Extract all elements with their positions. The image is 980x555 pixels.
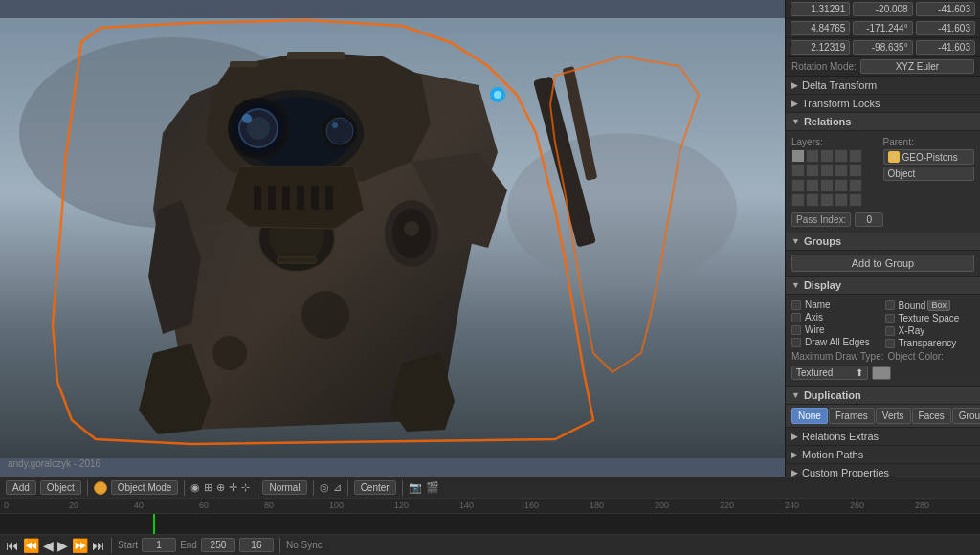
rot-y-1[interactable]: -171.244° [853, 21, 912, 35]
bound-label: Bound [899, 300, 926, 311]
texture-space-checkbox[interactable] [885, 314, 895, 323]
viewport[interactable]: andy.goralczyk - 2016 [0, 0, 785, 477]
custom-properties-section[interactable]: ▶ Custom Properties [786, 464, 980, 477]
step-forward-button[interactable]: ⏩ [72, 538, 88, 553]
cursor-icon[interactable]: ✛ [229, 481, 237, 494]
end-frame-field[interactable]: 250 [201, 538, 235, 552]
timeline-mark-220: 220 [720, 500, 734, 510]
rotation-mode-value[interactable]: XYZ Euler [860, 59, 974, 74]
dup-faces-button[interactable]: Faces [912, 408, 951, 424]
step-back-button[interactable]: ⏪ [23, 538, 39, 553]
object-button[interactable]: Object [40, 480, 81, 495]
transparency-checkbox[interactable] [885, 339, 895, 348]
scale-z[interactable]: -41.603 [916, 40, 975, 55]
scale-y[interactable]: -98.635° [853, 40, 912, 55]
timeline-mark-240: 240 [785, 500, 799, 510]
name-checkbox[interactable] [791, 300, 801, 310]
layer-btn-4[interactable] [835, 149, 848, 163]
draw-all-edges-checkbox[interactable] [791, 338, 801, 347]
layer-btn-13[interactable] [820, 179, 834, 192]
rotation-mode-label: Rotation Mode: [791, 61, 857, 72]
loc-x-1[interactable]: 1.31291 [791, 2, 850, 16]
transform-locks-section[interactable]: ▶ Transform Locks [786, 95, 980, 113]
layer-btn-7[interactable] [806, 164, 819, 177]
transparency-checkbox-item: Transparency [885, 338, 975, 348]
relations-section-header[interactable]: ▼ Relations [786, 113, 980, 131]
pass-index-btn[interactable]: Pass Index: [791, 212, 851, 227]
dup-none-button[interactable]: None [791, 408, 828, 424]
object-color-swatch[interactable] [872, 366, 891, 380]
normal-button[interactable]: Normal [262, 480, 306, 495]
view-icon-1[interactable]: ◉ [190, 481, 200, 494]
relations-extras-section[interactable]: ▶ Relations Extras [786, 428, 980, 446]
layer-btn-20[interactable] [849, 193, 862, 207]
layer-btn-10[interactable] [849, 164, 862, 177]
wire-checkbox[interactable] [791, 325, 801, 335]
timeline-mark-120: 120 [394, 500, 409, 510]
view-icon-2[interactable]: ⊞ [204, 481, 212, 494]
layer-btn-2[interactable] [806, 149, 819, 163]
layer-btn-8[interactable] [820, 164, 834, 177]
display-section-header[interactable]: ▼ Display [786, 277, 980, 295]
main-area: andy.goralczyk - 2016 1.31291 -20.008 -4… [0, 0, 980, 477]
svg-point-9 [242, 114, 252, 123]
snap-icon[interactable]: ⊕ [216, 481, 225, 494]
bound-type[interactable]: Box [927, 300, 950, 311]
duplication-content: None Frames Verts Faces Group [786, 405, 980, 428]
bound-checkbox[interactable] [885, 300, 895, 310]
timeline-track[interactable] [0, 514, 980, 534]
timeline-controls: ⏮ ⏪ ◀ ▶ ⏩ ⏭ Start 1 End 250 16 No Sync [0, 534, 980, 555]
transform-locks-label: Transform Locks [802, 98, 880, 109]
draw-type-select[interactable]: Textured ⬆ [791, 366, 868, 380]
center-button[interactable]: Center [354, 480, 396, 495]
add-button[interactable]: Add [6, 480, 36, 495]
skip-start-button[interactable]: ⏮ [6, 538, 19, 553]
layer-btn-14[interactable] [835, 179, 848, 192]
layer-btn-16[interactable] [791, 193, 805, 207]
layer-btn-11[interactable] [791, 179, 805, 192]
rot-z-1[interactable]: -41.603 [916, 21, 975, 35]
layer-btn-18[interactable] [820, 193, 834, 207]
render-icon[interactable]: 🎬 [426, 481, 439, 494]
camera-icon[interactable]: 📷 [409, 481, 422, 494]
motion-paths-section[interactable]: ▶ Motion Paths [786, 446, 980, 464]
relations-content: Layers: [786, 131, 980, 233]
proportional-icon[interactable]: ◎ [320, 481, 329, 494]
skip-end-button[interactable]: ⏭ [92, 538, 105, 553]
delta-transform-section[interactable]: ▶ Delta Transform [786, 77, 980, 95]
start-frame-field[interactable]: 1 [142, 538, 176, 552]
parent-name-box[interactable]: ⊙ GEO-Pistons [883, 149, 975, 165]
layer-btn-17[interactable] [806, 193, 819, 207]
add-to-group-button[interactable]: Add to Group [791, 255, 974, 272]
layer-btn-1[interactable] [791, 149, 805, 163]
move-icon[interactable]: ⊹ [241, 481, 250, 494]
pass-index-value[interactable]: 0 [855, 212, 883, 227]
play-button[interactable]: ▶ [57, 538, 68, 553]
play-reverse-button[interactable]: ◀ [43, 538, 54, 553]
loc-y-1[interactable]: -20.008 [853, 2, 912, 16]
layer-btn-9[interactable] [835, 164, 848, 177]
layer-btn-5[interactable] [849, 149, 862, 163]
layer-btn-3[interactable] [820, 149, 834, 163]
nosync-label: No Sync [286, 540, 323, 550]
xray-checkbox[interactable] [885, 326, 895, 336]
layer-btn-6[interactable] [791, 164, 805, 177]
dup-frames-button[interactable]: Frames [829, 408, 875, 424]
loc-z-1[interactable]: -41.603 [916, 2, 975, 16]
dup-group-button[interactable]: Group [952, 408, 980, 424]
layer-btn-12[interactable] [806, 179, 819, 192]
object-type-box[interactable]: Object [883, 166, 975, 181]
layer-btn-15[interactable] [849, 179, 862, 192]
layers-col-label: Layers: [791, 137, 883, 147]
snap-magnet-icon[interactable]: ⊿ [333, 481, 342, 494]
axis-checkbox[interactable] [791, 313, 801, 322]
current-frame-field[interactable]: 16 [239, 538, 274, 552]
dup-verts-button[interactable]: Verts [876, 408, 911, 424]
draw-all-edges-label: Draw All Edges [805, 337, 870, 347]
groups-section-header[interactable]: ▼ Groups [786, 233, 980, 251]
scale-x[interactable]: 2.12319 [791, 40, 850, 55]
mode-button[interactable]: Object Mode [111, 480, 179, 495]
rot-x-1[interactable]: 4.84765 [791, 21, 850, 35]
duplication-section-header[interactable]: ▼ Duplication [786, 387, 980, 405]
layer-btn-19[interactable] [835, 193, 848, 207]
